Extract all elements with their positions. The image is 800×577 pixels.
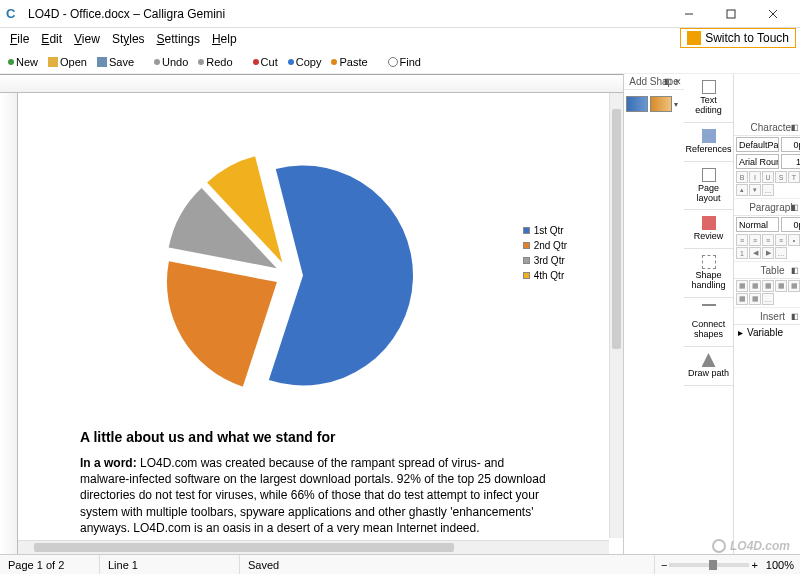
indent-inc-button[interactable]: ▶ — [762, 247, 774, 259]
italic-button[interactable]: I — [749, 171, 761, 183]
maximize-button[interactable] — [710, 1, 752, 27]
paragraph-title-label: Paragraph — [749, 202, 796, 213]
align-justify-button[interactable]: ≡ — [775, 234, 787, 246]
detach-icon[interactable]: ◧ — [664, 77, 672, 86]
font-family-combo[interactable]: Arial Rounded MT Bold — [736, 154, 779, 169]
sub-button[interactable]: ▾ — [749, 184, 761, 196]
chart-legend: 1st Qtr2nd Qtr3rd Qtr4th Qtr — [523, 225, 567, 285]
list-num-button[interactable]: 1 — [736, 247, 748, 259]
detach-icon[interactable]: ◧ — [791, 123, 799, 132]
para-spacing-spin[interactable]: 0pt — [781, 217, 800, 232]
open-button[interactable]: Open — [44, 54, 91, 70]
new-button[interactable]: New — [4, 54, 42, 70]
legend-swatch — [523, 227, 530, 234]
document-canvas[interactable]: 1st Qtr2nd Qtr3rd Qtr4th Qtr A little ab… — [0, 74, 623, 554]
shape-swatches: ▾ — [624, 90, 684, 118]
paragraph-lead: In a word: — [80, 456, 137, 470]
strike-button[interactable]: S — [775, 171, 787, 183]
table-btn-5[interactable]: ▦ — [788, 280, 800, 292]
legend-item: 4th Qtr — [523, 270, 567, 281]
toolbar: New Open Save Undo Redo Cut Copy Paste F… — [0, 50, 800, 74]
legend-swatch — [523, 242, 530, 249]
horizontal-scrollbar[interactable] — [18, 540, 609, 554]
text-color-button[interactable]: T — [788, 171, 800, 183]
tab-text-editing[interactable]: Text editing — [684, 74, 733, 123]
tab-text-editing-label: Text editing — [686, 96, 731, 116]
switch-to-touch-button[interactable]: Switch to Touch — [680, 28, 796, 48]
tab-review[interactable]: Review — [684, 210, 733, 249]
tab-shape-handling-label: Shape handling — [686, 271, 731, 291]
paragraph-style-combo[interactable]: Normal — [736, 217, 779, 232]
copy-button[interactable]: Copy — [284, 54, 326, 70]
insert-variable-row[interactable]: ▸ Variable … — [734, 325, 800, 340]
legend-swatch — [523, 257, 530, 264]
touch-icon — [687, 31, 701, 45]
super-button[interactable]: ▴ — [736, 184, 748, 196]
more-para-button[interactable]: … — [775, 247, 787, 259]
zoom-in-button[interactable]: + — [751, 559, 757, 571]
table-btn-1[interactable]: ▦ — [736, 280, 748, 292]
indent-dec-button[interactable]: ◀ — [749, 247, 761, 259]
menu-file[interactable]: File — [4, 30, 35, 48]
svg-rect-1 — [727, 10, 735, 18]
detach-icon[interactable]: ◧ — [791, 203, 799, 212]
close-button[interactable] — [752, 1, 794, 27]
font-style-combo[interactable]: DefaultParagraphFont — [736, 137, 779, 152]
undo-button[interactable]: Undo — [150, 54, 192, 70]
more-char-button[interactable]: … — [762, 184, 774, 196]
tab-references[interactable]: References — [684, 123, 733, 162]
tab-references-label: References — [685, 145, 731, 155]
vertical-scrollbar[interactable] — [609, 93, 623, 538]
cut-button[interactable]: Cut — [249, 54, 282, 70]
tab-page-layout[interactable]: Page layout — [684, 162, 733, 211]
watermark: LO4D.com — [712, 539, 790, 553]
horizontal-scrollbar-thumb[interactable] — [34, 543, 454, 552]
new-icon — [8, 59, 14, 65]
character-title-label: Character — [751, 122, 795, 133]
table-btn-7[interactable]: ▦ — [749, 293, 761, 305]
menu-view[interactable]: View — [68, 30, 106, 48]
tab-connect-shapes[interactable]: Connect shapes — [684, 298, 733, 347]
pie-chart[interactable] — [154, 145, 474, 415]
close-panel-icon[interactable]: ✕ — [674, 77, 682, 87]
find-button[interactable]: Find — [384, 54, 425, 70]
save-button[interactable]: Save — [93, 54, 138, 70]
char-spacing-spin[interactable]: 0pt — [781, 137, 800, 152]
shape-swatch-1[interactable] — [626, 96, 648, 112]
save-label: Save — [109, 56, 134, 68]
detach-icon[interactable]: ◧ — [791, 312, 799, 321]
menu-edit[interactable]: Edit — [35, 30, 68, 48]
align-right-button[interactable]: ≡ — [762, 234, 774, 246]
shape-dropdown-icon[interactable]: ▾ — [674, 100, 682, 109]
table-btn-3[interactable]: ▦ — [762, 280, 774, 292]
more-table-button[interactable]: … — [762, 293, 774, 305]
minimize-button[interactable] — [668, 1, 710, 27]
bold-button[interactable]: B — [736, 171, 748, 183]
align-left-button[interactable]: ≡ — [736, 234, 748, 246]
expand-icon: ▸ — [738, 327, 743, 338]
align-center-button[interactable]: ≡ — [749, 234, 761, 246]
font-style-row: DefaultParagraphFont 0pt — [734, 136, 800, 153]
tab-draw-path[interactable]: Draw path — [684, 347, 733, 386]
app-icon: C — [6, 6, 22, 22]
zoom-slider[interactable] — [669, 563, 749, 567]
detach-icon[interactable]: ◧ — [791, 266, 799, 275]
zoom-out-button[interactable]: − — [661, 559, 667, 571]
zoom-slider-knob[interactable] — [709, 560, 717, 570]
menu-help[interactable]: Help — [206, 30, 243, 48]
list-bullet-button[interactable]: • — [788, 234, 800, 246]
document-page[interactable]: 1st Qtr2nd Qtr3rd Qtr4th Qtr A little ab… — [20, 95, 607, 554]
paste-button[interactable]: Paste — [327, 54, 371, 70]
shape-swatch-2[interactable] — [650, 96, 672, 112]
table-btn-4[interactable]: ▦ — [775, 280, 787, 292]
vertical-scrollbar-thumb[interactable] — [612, 109, 621, 349]
table-btn-2[interactable]: ▦ — [749, 280, 761, 292]
menu-settings[interactable]: Settings — [151, 30, 206, 48]
tab-shape-handling[interactable]: Shape handling — [684, 249, 733, 298]
font-size-spin[interactable]: 12 — [781, 154, 800, 169]
underline-button[interactable]: U — [762, 171, 774, 183]
menu-styles[interactable]: Styles — [106, 30, 151, 48]
table-btn-6[interactable]: ▦ — [736, 293, 748, 305]
redo-button[interactable]: Redo — [194, 54, 236, 70]
save-icon — [97, 57, 107, 67]
